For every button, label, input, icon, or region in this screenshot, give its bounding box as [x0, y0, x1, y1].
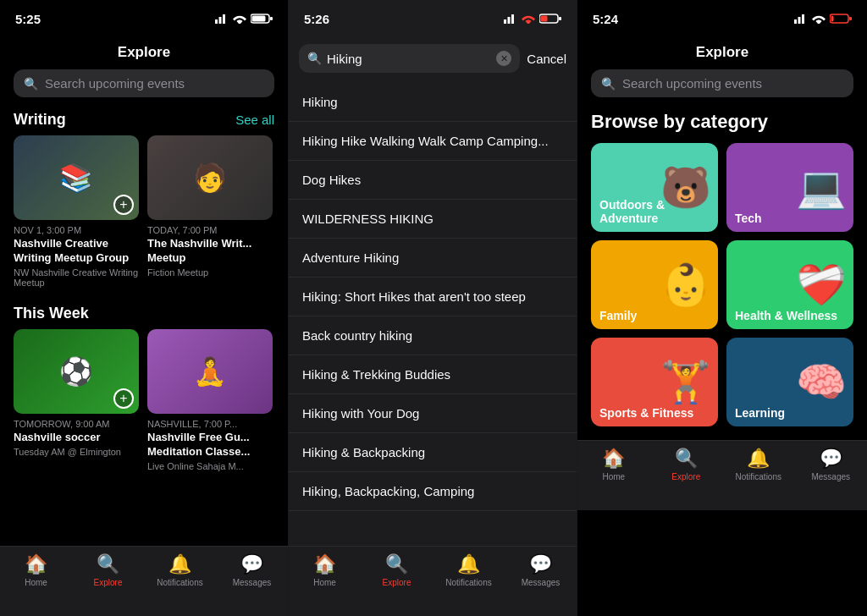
messages-label-mid: Messages — [522, 578, 561, 587]
card-title-2: The Nashville Writ... Meetup — [147, 237, 273, 266]
left-nav-notifications[interactable]: 🔔 Notifications — [155, 553, 206, 587]
messages-icon-mid: 💬 — [529, 553, 552, 575]
notifications-icon-mid: 🔔 — [457, 553, 480, 575]
status-bar-middle: 5:26 — [289, 0, 577, 37]
messages-label-right: Messages — [811, 472, 850, 481]
add-card-3[interactable]: + — [113, 388, 134, 409]
left-content: Writing See all 📚 + NOV 1, 3:00 PM Nashv… — [0, 107, 288, 546]
clear-search-button[interactable]: ✕ — [496, 51, 511, 66]
see-all-writing[interactable]: See all — [235, 113, 274, 127]
card-title-3: Nashville soccer — [14, 431, 139, 445]
category-tech[interactable]: 💻 Tech — [726, 143, 853, 232]
left-search-text: Search upcoming events — [45, 76, 185, 91]
middle-panel: 5:26 🔍 Hiking ✕ Cancel Hiking Hiking Hik… — [289, 0, 577, 616]
right-nav-home[interactable]: 🏠 Home — [588, 448, 639, 481]
right-nav-explore[interactable]: 🔍 Explore — [660, 448, 711, 481]
suggestion-backpacking-camping[interactable]: Hiking, Backpacking, Camping — [289, 472, 577, 511]
middle-nav-home[interactable]: 🏠 Home — [300, 553, 351, 587]
event-card-writing-1[interactable]: 📚 + NOV 1, 3:00 PM Nashville Creative Wr… — [14, 135, 139, 288]
left-nav-home[interactable]: 🏠 Home — [11, 553, 62, 587]
suggestion-hiking-hike[interactable]: Hiking Hike Walking Walk Camp Camping... — [289, 122, 577, 161]
category-health[interactable]: ❤️‍🩹 Health & Wellness — [726, 240, 853, 329]
learning-label: Learning — [735, 406, 785, 420]
add-card-1[interactable]: + — [113, 195, 134, 215]
search-icon-left: 🔍 — [24, 77, 38, 91]
status-time-middle: 5:26 — [304, 12, 329, 26]
suggestion-hiking[interactable]: Hiking — [289, 83, 577, 122]
svg-rect-17 — [849, 17, 852, 20]
explore-icon-right: 🔍 — [675, 448, 698, 470]
left-nav-explore[interactable]: 🔍 Explore — [83, 553, 134, 587]
notifications-label-left: Notifications — [157, 578, 202, 587]
suggestion-dog-hikes[interactable]: Dog Hikes — [289, 161, 577, 200]
right-nav-notifications[interactable]: 🔔 Notifications — [733, 448, 784, 481]
suggestion-short-hikes[interactable]: Hiking: Short Hikes that aren't too stee… — [289, 278, 577, 316]
status-time-left: 5:25 — [15, 12, 41, 26]
card-image-books: 📚 + — [14, 135, 139, 220]
event-card-writing-2[interactable]: 🧑 TODAY, 7:00 PM The Nashville Writ... M… — [147, 135, 273, 288]
signal-icon — [215, 14, 229, 24]
suggestion-backcountry[interactable]: Back country hiking — [289, 316, 577, 355]
left-bottom-nav: 🏠 Home 🔍 Explore 🔔 Notifications 💬 Messa… — [0, 546, 288, 616]
sports-label: Sports & Fitness — [599, 406, 693, 420]
thisweek-section-title: This Week — [14, 305, 89, 322]
card-subtitle-3: Tuesday AM @ Elmington — [14, 447, 139, 457]
event-card-week-1[interactable]: ⚽ + TOMORROW, 9:00 AM Nashville soccer T… — [14, 329, 139, 471]
status-bar-right: 5:24 — [577, 0, 867, 37]
home-icon-mid: 🏠 — [313, 553, 336, 575]
wifi-icon-mid — [522, 14, 535, 24]
outdoors-label: Outdoors & Adventure — [599, 198, 710, 225]
left-nav-messages[interactable]: 💬 Messages — [227, 553, 278, 587]
right-nav-messages[interactable]: 💬 Messages — [805, 448, 856, 481]
card-date-1: NOV 1, 3:00 PM — [14, 225, 139, 235]
thisweek-section-header: This Week — [0, 301, 288, 329]
suggestion-trekking[interactable]: Hiking & Trekking Buddies — [289, 355, 577, 394]
health-label: Health & Wellness — [735, 309, 837, 322]
card-date-2: TODAY, 7:00 PM — [147, 225, 273, 235]
right-search-bar[interactable]: 🔍 Search upcoming events — [591, 69, 853, 97]
card-subtitle-1: NW Nashville Creative Writing Meetup — [14, 267, 139, 288]
suggestion-backpacking[interactable]: Hiking & Backpacking — [289, 433, 577, 472]
search-icon-middle: 🔍 — [307, 52, 322, 65]
cancel-button[interactable]: Cancel — [527, 52, 566, 66]
notifications-icon-right: 🔔 — [747, 448, 770, 470]
tech-label: Tech — [735, 212, 762, 225]
wifi-icon-right — [812, 14, 826, 24]
left-search-bar[interactable]: 🔍 Search upcoming events — [14, 69, 274, 97]
search-input-wrap[interactable]: 🔍 Hiking ✕ — [299, 44, 520, 73]
family-label: Family — [599, 309, 637, 322]
middle-nav-explore[interactable]: 🔍 Explore — [372, 553, 422, 587]
middle-nav-messages[interactable]: 💬 Messages — [516, 553, 566, 587]
explore-icon-mid: 🔍 — [385, 553, 408, 575]
category-grid: 🐻 Outdoors & Adventure 💻 Tech 👶 Family ❤… — [577, 143, 867, 440]
category-family[interactable]: 👶 Family — [591, 240, 718, 329]
card-title-4: Nashville Free Gu... Meditation Classe..… — [147, 431, 273, 459]
left-screen-header: Explore — [0, 37, 288, 69]
signal-icon-mid — [504, 14, 517, 24]
home-icon-left: 🏠 — [25, 553, 47, 575]
svg-rect-2 — [223, 14, 225, 24]
svg-rect-12 — [794, 19, 797, 24]
left-panel: 5:25 Explore 🔍 Search upcoming events Wr… — [0, 0, 289, 616]
home-label-right: Home — [602, 472, 625, 481]
messages-icon-left: 💬 — [240, 553, 263, 575]
svg-rect-8 — [511, 14, 514, 24]
category-outdoors[interactable]: 🐻 Outdoors & Adventure — [591, 143, 718, 232]
category-learning[interactable]: 🧠 Learning — [726, 338, 853, 426]
suggestion-wilderness[interactable]: WILDERNESS HIKING — [289, 200, 577, 239]
middle-nav-notifications[interactable]: 🔔 Notifications — [444, 553, 494, 587]
right-panel: 5:24 Explore 🔍 Search upcoming events Br… — [577, 0, 867, 616]
search-input[interactable]: Hiking — [327, 52, 491, 66]
suggestion-adventure[interactable]: Adventure Hiking — [289, 239, 577, 278]
status-bar-left: 5:25 — [0, 0, 288, 37]
explore-icon-left: 🔍 — [97, 553, 119, 575]
svg-rect-6 — [504, 19, 506, 24]
svg-rect-10 — [541, 16, 548, 22]
man-illustration: 🧑 — [147, 135, 273, 220]
card-image-yoga: 🧘 — [147, 329, 273, 414]
event-card-week-2[interactable]: 🧘 NASHVILLE, 7:00 P... Nashville Free Gu… — [147, 329, 273, 471]
svg-rect-14 — [802, 14, 804, 24]
suggestion-hiking-dog[interactable]: Hiking with Your Dog — [289, 394, 577, 433]
category-sports[interactable]: 🏋️ Sports & Fitness — [591, 338, 718, 426]
right-title: Explore — [696, 44, 748, 60]
